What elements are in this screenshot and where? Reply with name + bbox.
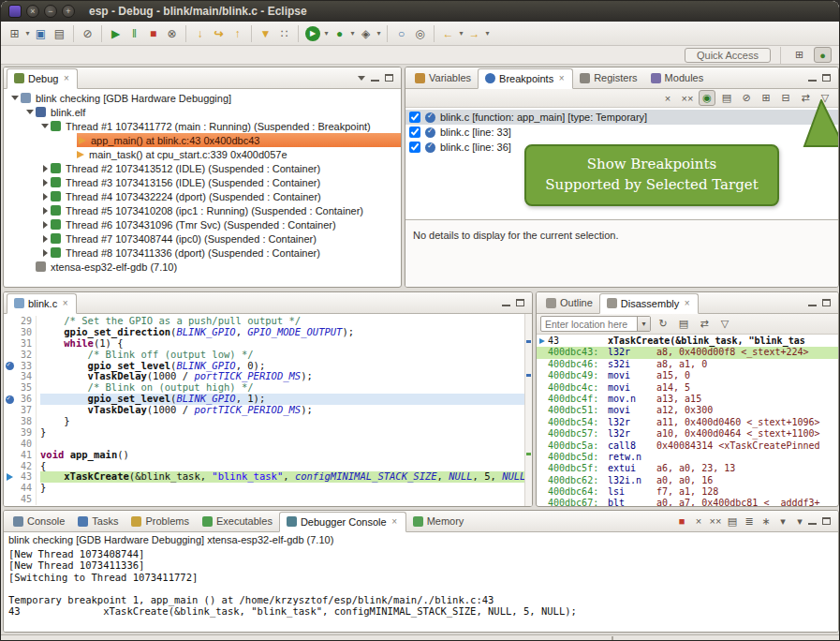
disassembly-row[interactable]: 400dbc54:l32ra11, 0x400d0460 <_stext+109… — [537, 417, 838, 428]
maximize-button[interactable]: + — [62, 5, 75, 18]
minimize-view-icon[interactable] — [371, 74, 379, 82]
code-line[interactable]: 40 — [4, 439, 532, 450]
debug-tree-row[interactable]: Thread #4 1073432224 (dport) (Suspended … — [4, 189, 401, 203]
disassembly-row[interactable]: 400dbc57:l32ra10, 0x400d0464 <_stext+110… — [537, 428, 838, 440]
minimize-view-icon[interactable] — [502, 299, 510, 306]
expand-icon[interactable] — [39, 165, 51, 172]
minimize-view-icon[interactable] — [808, 517, 817, 525]
gutter[interactable] — [537, 338, 548, 344]
back-button[interactable]: ← — [439, 24, 457, 43]
skip-all-breakpoints-button[interactable]: ⊘ — [79, 24, 96, 43]
selected-stack-frame[interactable]: app_main() at blink.c:43 0x400dbc43 — [77, 133, 401, 147]
breakpoint-overview-mark[interactable] — [526, 374, 531, 377]
go-to-file-for-breakpoint-button[interactable]: ▤ — [718, 90, 735, 106]
tab-debug[interactable]: Debug — [7, 68, 78, 89]
pin-console-button[interactable]: ∗ — [758, 514, 774, 529]
close-tab-icon[interactable] — [62, 73, 70, 83]
disassembly-row[interactable]: 400dbc62:l32i.na0, a0, 16 — [537, 475, 838, 486]
code-line[interactable]: 44} — [4, 483, 532, 494]
tab-memory[interactable]: Memory — [406, 511, 471, 531]
code-line[interactable]: 41void app_main() — [4, 450, 532, 461]
disassembly-row[interactable]: 400dbc5f:extuia6, a0, 23, 13 — [537, 463, 838, 474]
sync-with-active-debug-context-button[interactable]: ⇄ — [696, 316, 713, 332]
maximize-view-icon[interactable] — [822, 299, 831, 306]
breakpoint-overview-mark[interactable] — [526, 340, 531, 343]
debug-tree-row[interactable]: Thread #6 1073431096 (Tmr Svc) (Suspende… — [4, 217, 401, 231]
breakpoint-checkbox[interactable] — [409, 112, 420, 123]
remove-all-breakpoints-button[interactable]: ×× — [679, 90, 696, 106]
code-line[interactable]: 37 vTaskDelay(1000 / portTICK_PERIOD_MS)… — [4, 405, 532, 416]
remove-launch-button[interactable]: × — [690, 514, 707, 529]
disconnect-button[interactable]: ⊗ — [163, 24, 181, 43]
drop-to-frame-button[interactable]: ▼ — [257, 24, 274, 43]
code-line[interactable]: 32 /* Blink off (output low) */ — [4, 350, 532, 361]
minimize-view-icon[interactable] — [808, 74, 817, 82]
tab-outline[interactable]: Outline — [539, 292, 599, 313]
quick-access-button[interactable]: Quick Access — [685, 48, 771, 63]
disassembly-source-row[interactable]: 43xTaskCreate(&blink_task, "blink_tas — [537, 335, 838, 347]
terminate-button[interactable]: ■ — [673, 514, 690, 529]
close-tab-icon[interactable] — [61, 298, 69, 308]
disassembly-row[interactable]: 400dbc43:l32ra8, 0x400d00f8 <_stext+224> — [537, 347, 838, 358]
disassembly-row[interactable]: 400dbc46:s32ia8, a1, 0 — [537, 359, 838, 370]
run-caret-icon[interactable] — [323, 29, 330, 37]
tab-executables[interactable]: Executables — [196, 511, 279, 531]
titlebar[interactable]: × − + esp - Debug - blink/main/blink.c -… — [1, 1, 839, 22]
scroll-lock-button[interactable]: ≣ — [741, 514, 758, 529]
suspend-button[interactable]: ‖ — [125, 24, 143, 43]
collapse-icon[interactable] — [39, 124, 51, 128]
disassembly-row[interactable]: 400dbc4f:mov.na13, a15 — [537, 394, 838, 405]
disassembly-row[interactable]: 400dbc4c:movia14, 5 — [537, 382, 838, 394]
tab-debugger-console[interactable]: Debugger Console — [279, 512, 406, 532]
clear-console-button[interactable]: ▤ — [724, 514, 741, 529]
maximize-view-icon[interactable] — [822, 74, 831, 82]
gutter[interactable] — [4, 395, 16, 404]
debug-tree-row[interactable]: Thread #2 1073413512 (IDLE) (Suspended :… — [4, 161, 401, 175]
debug-button[interactable]: ● — [331, 24, 348, 43]
breakpoint-marker-icon[interactable] — [6, 395, 14, 404]
code-line[interactable]: 31 while(1) { — [4, 338, 532, 350]
code-line[interactable]: 45 — [4, 494, 532, 505]
debug-tree-row[interactable]: Thread #5 1073410208 (ipc1 : Running) (S… — [4, 203, 401, 217]
tab-tasks[interactable]: Tasks — [71, 511, 125, 531]
debug-tree-row-selected[interactable]: app_main() at blink.c:43 0x400dbc43 — [4, 133, 401, 147]
step-return-button[interactable]: ↑ — [228, 24, 246, 43]
show-source-button[interactable]: ▤ — [675, 316, 692, 332]
resume-button[interactable]: ▶ — [107, 24, 125, 43]
tab-problems[interactable]: Problems — [125, 511, 195, 531]
maximize-view-icon[interactable] — [516, 299, 524, 306]
debug-tree-row[interactable]: blink checking [GDB Hardware Debugging] — [4, 91, 401, 105]
disassembly-listing[interactable]: 43xTaskCreate(&blink_task, "blink_tas 40… — [537, 335, 838, 506]
maximize-view-icon[interactable] — [385, 74, 393, 82]
current-line-overview-mark[interactable] — [526, 453, 531, 455]
mark-occurrences-button[interactable]: ◎ — [411, 24, 429, 43]
minimize-button[interactable]: − — [44, 5, 57, 18]
close-tab-icon[interactable] — [683, 298, 691, 308]
view-menu-button[interactable]: ▽ — [716, 316, 733, 332]
external-tools-caret-icon[interactable] — [376, 29, 382, 37]
code-line[interactable]: 39} — [4, 427, 532, 439]
debug-caret-icon[interactable] — [349, 29, 356, 37]
expand-icon[interactable] — [39, 207, 51, 215]
tab-modules[interactable]: Modules — [644, 67, 711, 88]
forward-button[interactable]: → — [465, 24, 483, 43]
close-tab-icon[interactable] — [391, 516, 399, 527]
search-button[interactable]: ○ — [392, 24, 410, 43]
tab-variables[interactable]: Variables — [408, 67, 478, 88]
tab-registers[interactable]: Registers — [573, 67, 643, 88]
expand-icon[interactable] — [39, 235, 51, 243]
location-input[interactable] — [541, 319, 637, 330]
breakpoint-checkbox[interactable] — [409, 142, 420, 153]
overview-ruler[interactable] — [524, 314, 532, 506]
maximize-view-icon[interactable] — [822, 517, 831, 525]
new-wizard-button[interactable]: ⊞ — [6, 24, 23, 43]
back-caret-icon[interactable] — [458, 29, 464, 37]
close-tab-icon[interactable] — [557, 73, 566, 83]
collapse-icon[interactable] — [9, 96, 21, 100]
print-button[interactable]: ▤ — [51, 24, 68, 43]
gutter[interactable] — [4, 362, 16, 370]
debugger-console-output[interactable]: blink checking [GDB Hardware Debugging] … — [4, 532, 838, 632]
disassembly-row[interactable]: 400dbc49:movia15, 0 — [537, 370, 838, 381]
code-line[interactable]: 38 } — [4, 416, 532, 427]
tab-disassembly[interactable]: Disassembly — [599, 293, 699, 314]
